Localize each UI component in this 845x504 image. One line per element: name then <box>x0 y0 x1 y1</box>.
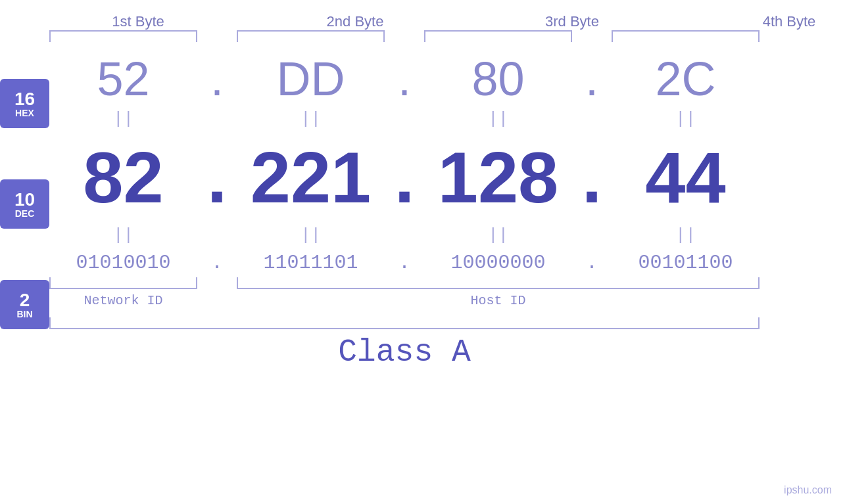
bin-cell-1: 01010010 <box>49 252 197 274</box>
top-bracket-gap-2 <box>385 30 424 42</box>
hex-badge-label: HEX <box>15 108 34 118</box>
bin-badge-number: 2 <box>20 291 30 309</box>
hex-cell-3: 80 <box>424 52 572 106</box>
bin-data-row: 01010010 . 11011101 . 10000000 . <box>49 252 845 274</box>
byte1-header: 1st Byte <box>49 13 227 30</box>
hex-dot-2: . <box>385 52 424 106</box>
byte4-header: 4th Byte <box>700 13 845 30</box>
top-bracket-3 <box>424 30 572 42</box>
id-gap <box>197 293 237 308</box>
byte-headers-row: 1st Byte 2nd Byte 3rd Byte 4th Byte <box>49 13 845 30</box>
dec-cell-4: 44 <box>612 135 760 219</box>
dec-dot-1: . <box>197 135 237 219</box>
eq2-cell-3: || <box>424 225 572 245</box>
eq2-cell-4: || <box>612 225 760 245</box>
top-bracket-row <box>49 30 845 42</box>
eq-cell-2: || <box>237 109 385 129</box>
network-bracket <box>49 277 197 289</box>
hex-cell-2: DD <box>237 52 385 106</box>
bbracket-gap <box>197 277 237 289</box>
page-root: 16 HEX 10 DEC 2 BIN 1st Byte 2nd By <box>0 0 845 504</box>
dec-data-row: 82 . 221 . 128 . 44 <box>49 135 845 219</box>
host-id-label: Host ID <box>237 293 760 308</box>
top-section: 16 HEX 10 DEC 2 BIN 1st Byte 2nd By <box>0 0 845 370</box>
hex-badge-number: 16 <box>14 90 35 108</box>
dec-badge: 10 DEC <box>0 179 49 229</box>
dec-cell-2: 221 <box>237 135 385 219</box>
top-bracket-4 <box>612 30 760 42</box>
hex-badge: 16 HEX <box>0 79 49 128</box>
dec-cell-3: 128 <box>424 135 572 219</box>
dec-dot-3: . <box>572 135 612 219</box>
class-label-row: Class A <box>49 334 760 370</box>
bin-dot-2: . <box>385 252 424 274</box>
bin-badge: 2 BIN <box>0 280 49 329</box>
top-bracket-2 <box>237 30 385 42</box>
hex-dot-1: . <box>197 52 237 106</box>
header-spacer-1 <box>227 13 266 30</box>
hex-cell-1: 52 <box>49 52 197 106</box>
bin-cell-3: 10000000 <box>424 252 572 274</box>
id-labels-row: Network ID Host ID <box>49 293 845 308</box>
bin-badge-label: BIN <box>16 309 32 319</box>
bottom-bracket-row <box>49 277 845 289</box>
byte2-header: 2nd Byte <box>266 13 444 30</box>
full-bracket-row <box>49 317 845 329</box>
right-content: 1st Byte 2nd Byte 3rd Byte 4th Byte <box>49 13 845 370</box>
host-bracket <box>237 277 760 289</box>
header-spacer-2 <box>444 13 483 30</box>
dec-cell-1: 82 <box>49 135 197 219</box>
dec-badge-number: 10 <box>14 191 35 209</box>
top-bracket-gap-3 <box>572 30 612 42</box>
hex-cell-4: 2C <box>612 52 760 106</box>
header-spacer-3 <box>661 13 700 30</box>
eq2-cell-1: || <box>49 225 197 245</box>
network-id-label: Network ID <box>49 293 197 308</box>
hex-dot-3: . <box>572 52 612 106</box>
top-bracket-1 <box>49 30 197 42</box>
watermark: ipshu.com <box>784 484 832 496</box>
eq-cell-3: || <box>424 109 572 129</box>
bin-cell-4: 00101100 <box>612 252 760 274</box>
eq-cell-4: || <box>612 109 760 129</box>
dec-badge-label: DEC <box>15 209 35 218</box>
dec-dot-2: . <box>385 135 424 219</box>
class-label: Class A <box>338 334 471 370</box>
hex-data-row: 52 . DD . 80 . 2C <box>49 52 845 106</box>
eq2-cell-2: || <box>237 225 385 245</box>
byte3-header: 3rd Byte <box>483 13 661 30</box>
eq-cell-1: || <box>49 109 197 129</box>
badges-column: 16 HEX 10 DEC 2 BIN <box>0 13 49 370</box>
bin-dot-3: . <box>572 252 612 274</box>
equals-row-2: || || || || <box>49 222 845 248</box>
bin-dot-1: . <box>197 252 237 274</box>
top-bracket-gap-1 <box>197 30 237 42</box>
equals-row-1: || || || || <box>49 106 845 132</box>
bin-cell-2: 11011101 <box>237 252 385 274</box>
full-bracket <box>49 317 760 329</box>
